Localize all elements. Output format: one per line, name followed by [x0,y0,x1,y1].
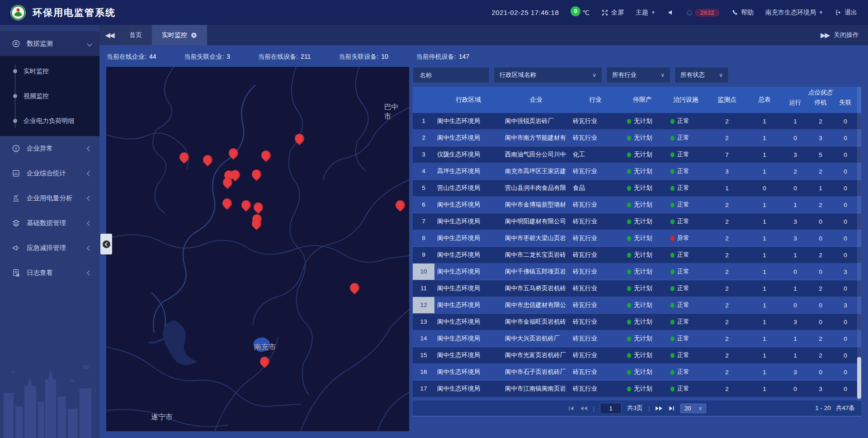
page-number-input[interactable] [600,403,622,414]
row-index: 3 [413,146,434,163]
sidebar-item-6[interactable]: 日志查看 [0,260,99,285]
sidebar-item-2[interactable]: 企业综合统计 [0,161,99,186]
cell-facility-status: 正常 [664,151,708,159]
stat-label: 当前在线设备: [258,53,298,60]
sidebar-submenu: 实时监控视频监控企业电力负荷明细 [0,56,99,136]
green-dot-icon [670,286,675,291]
table-scrollbar-thumb[interactable] [857,357,861,399]
org-dropdown[interactable]: 南充市生态环境局 ▼ [765,9,823,17]
sidebar-item-4[interactable]: 基础数据管理 [0,211,99,235]
green-dot-icon [670,186,675,191]
cell-company: 南充市高坪区王家店建 [502,167,570,175]
row-index: 2 [413,130,434,146]
cell-company: 营山县润丰肉食品有限 [502,184,570,192]
table-row[interactable]: 4高坪生态环境局南充市高坪区王家店建砖瓦行业无计划正常31220 [413,163,861,180]
cell-total-meter: 1 [746,168,783,175]
table-row[interactable]: 3仪陇生态环境局西南油气田分公司川中化工无计划正常71350 [413,146,861,163]
table-row[interactable]: 8阆中生态环境局阆中市枣碧大梁山页岩砖瓦行业无计划异常21300 [413,230,861,247]
table-scrollbar[interactable] [857,87,861,401]
stop-status-label: 无计划 [634,334,652,343]
fullscreen-button[interactable]: 全屏 [601,9,624,17]
sidebar-item-3[interactable]: 企业用电量分析 [0,186,99,211]
sidebar-subitem-2[interactable]: 企业电力负荷明细 [0,108,99,133]
table-row[interactable]: 11阆中生态环境局阆中市五马桥页岩机砖砖瓦行业无计划正常21120 [413,280,861,297]
org-label: 南充市生态环境局 [765,9,816,17]
row-index: 4 [413,163,434,179]
row-index: 9 [413,247,434,263]
table-row[interactable]: 13阆中生态环境局阆中市金福旺页岩机砖砖瓦行业无计划正常21300 [413,314,861,330]
table-row[interactable]: 7阆中生态环境局阆中明阳建材有限公司砖瓦行业无计划正常21300 [413,213,861,230]
notifications-button[interactable]: 2632 [686,9,720,17]
logout-button[interactable]: 退出 [835,9,857,17]
status-select[interactable]: 所有状态 ∨ [675,67,729,83]
page-size-select[interactable]: 20 ∨ [680,404,706,413]
cell-facility-status: 正常 [664,217,708,226]
notification-count-badge: 2632 [695,9,720,17]
temperature-badge: 0 ℃ [571,9,590,16]
table-row[interactable]: 14阆中生态环境局阆中大兴页岩机砖厂砖瓦行业无计划正常21120 [413,330,861,347]
row-index: 5 [413,180,434,196]
table-row[interactable]: 2阆中生态环境局阆中市南方节能建材有砖瓦行业无计划正常21030 [413,130,861,146]
row-index: 8 [413,230,434,246]
cell-facility-status: 正常 [664,351,708,359]
chevron-left-icon [87,146,92,151]
close-operations-button[interactable]: ▶▶ 关闭操作 [821,25,868,45]
facility-status-label: 正常 [677,184,689,192]
industry-select[interactable]: 所有行业 ∨ [606,67,670,83]
tab-home[interactable]: 首页 [119,25,152,45]
name-search-field[interactable] [413,67,490,83]
cell-total-meter: 0 [746,185,783,192]
table-row[interactable]: 1阆中生态环境局阆中强锐页岩砖厂砖瓦行业无计划正常21120 [413,113,861,130]
sidebar-item-5[interactable]: 应急减排管理 [0,235,99,260]
green-dot-icon [627,203,631,207]
sidebar-collapse-handle[interactable] [100,234,112,254]
green-dot-icon [627,370,631,375]
table-row[interactable]: 5营山生态环境局营山县润丰肉食品有限食品无计划正常10010 [413,180,861,197]
topbar-right: 2021-02-25 17:46:18 0 ℃ 全屏 主题 ▼ [492,9,868,17]
sidebar-item-1[interactable]: 企业异常 [0,136,99,161]
region-select[interactable]: 行政区域名称 ∨ [494,67,602,83]
green-dot-icon [627,136,631,141]
sidebar-subitem-1[interactable]: 视频监控 [0,84,99,108]
first-page-button[interactable] [568,405,575,411]
chevron-left-icon [87,245,92,250]
table-row[interactable]: 10阆中生态环境局阆中千佛镇五郎垭页岩砖瓦行业无计划正常21003 [413,264,861,280]
chevron-left-icon [87,171,92,176]
green-dot-icon [627,152,631,157]
cell-total-meter: 1 [746,335,783,342]
stats-icon [12,169,20,178]
page-title: 环保用电监管系统 [33,6,116,19]
gauge-icon [12,39,20,48]
green-dot-icon [627,303,631,308]
next-page-button[interactable] [655,405,663,411]
sidebar-item-0[interactable]: 数据监测 [0,31,99,56]
row-index: 16 [413,364,434,380]
tab-close-icon[interactable] [191,32,197,38]
help-button[interactable]: 帮助 [731,9,754,17]
green-dot-icon [670,320,675,325]
sidebar-subitem-0[interactable]: 实时监控 [0,59,99,84]
table-row[interactable]: 17阆中生态环境局阆中市江南镇阆南页岩砖瓦行业无计划正常21030 [413,381,861,397]
stat-item-2: 当前在线设备:211 [258,53,311,61]
table-row[interactable]: 16阆中生态环境局阆中市石子页岩机砖厂砖瓦行业无计划正常21300 [413,364,861,381]
cell-monitor-count: 2 [708,352,746,359]
name-search-input[interactable] [419,71,484,79]
last-page-icon [668,405,675,411]
theme-dropdown[interactable]: 主题 ▼ [636,9,656,17]
mute-button[interactable] [667,9,674,16]
green-dot-icon [670,203,675,207]
table-row[interactable]: 9阆中生态环境局阆中市二龙长宝页岩砖砖瓦行业无计划正常21120 [413,247,861,264]
cell-company: 阆中市五马桥页岩机砖 [502,284,570,292]
last-page-button[interactable] [668,405,675,411]
cell-halt-count: 5 [808,151,833,158]
map-panel[interactable]: 巴中市南充市遂宁市 [106,67,409,431]
cell-lost-count: 0 [833,369,858,376]
tab-realtime-monitor[interactable]: 实时监控 [152,25,207,45]
tabs-scroll-left-button[interactable]: ◀◀ [99,25,119,45]
table-row[interactable]: 12阆中生态环境局阆中市忠信建材有限公砖瓦行业无计划正常21003 [413,297,861,314]
prev-page-button[interactable] [580,405,588,411]
table-row[interactable]: 15阆中生态环境局阆中市光富页岩机砖厂砖瓦行业无计划正常21120 [413,347,861,364]
table-row[interactable]: 6阆中生态环境局阆中市金博瑞新型墙材砖瓦行业无计划正常21120 [413,197,861,213]
stat-item-1: 当前失联企业:3 [184,53,230,61]
cell-facility-status: 正常 [664,251,708,259]
